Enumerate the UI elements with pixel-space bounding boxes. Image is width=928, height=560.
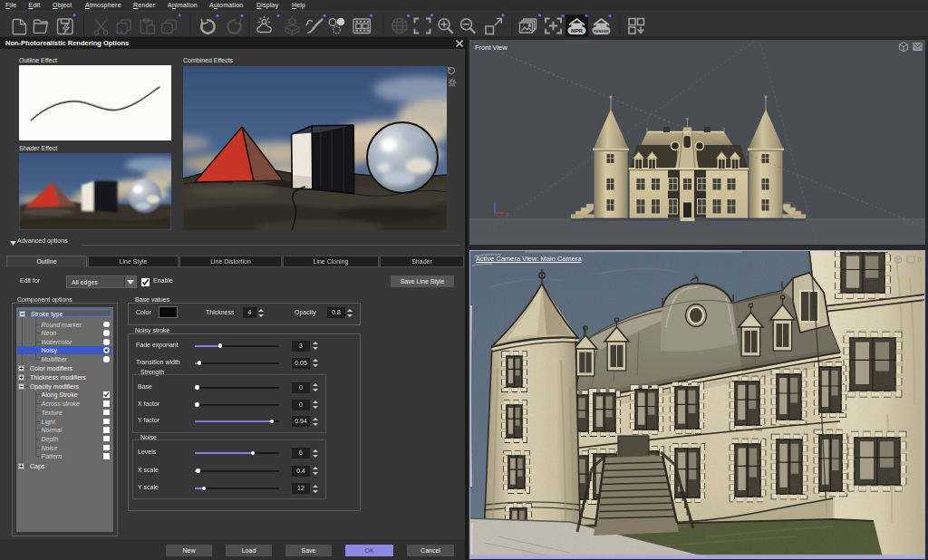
svg-text:x: x xyxy=(506,211,509,217)
svg-text:NPR: NPR xyxy=(571,27,584,34)
svg-text:RENDER: RENDER xyxy=(594,29,609,34)
